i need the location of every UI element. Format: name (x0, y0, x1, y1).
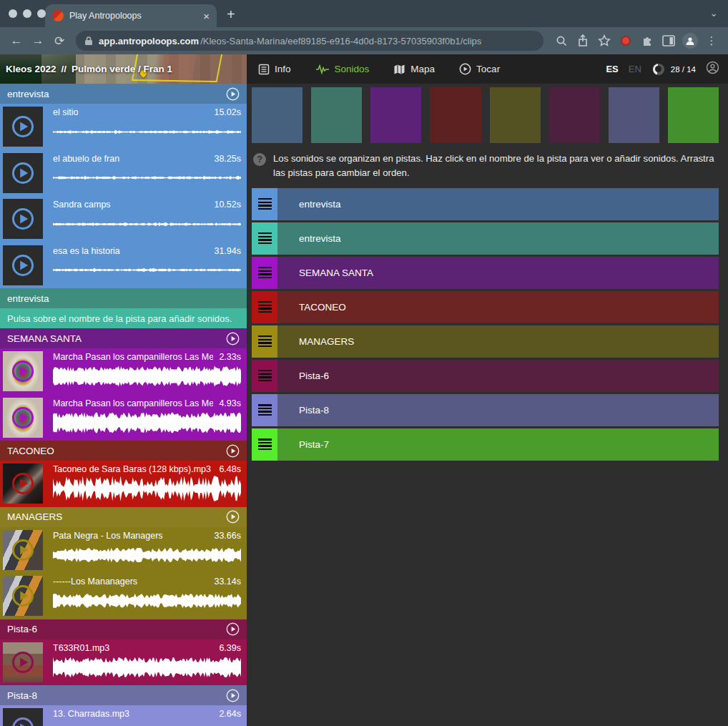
track-drag-handle[interactable] (252, 394, 277, 426)
play-clip-icon[interactable] (11, 406, 35, 430)
track-color-square[interactable] (609, 87, 659, 143)
track-row-body[interactable]: Pista-8 (277, 394, 719, 426)
track-color-square[interactable] (370, 87, 421, 143)
clip-row[interactable]: esa es la historia31.94s (0, 242, 247, 289)
split-view-icon[interactable] (659, 31, 678, 50)
track-drag-handle[interactable] (252, 222, 277, 255)
track-header[interactable]: Pista-8 (0, 685, 247, 705)
play-clip-icon[interactable] (11, 114, 35, 139)
clip-thumbnail[interactable] (3, 576, 43, 616)
clip-row[interactable]: Pata Negra - Los Managers33.66s (0, 527, 247, 574)
track-row[interactable]: Pista-7 (252, 428, 719, 461)
nav-info[interactable]: Info (258, 64, 291, 75)
clip-thumbnail[interactable] (3, 351, 43, 391)
share-icon[interactable] (574, 31, 592, 50)
clip-thumbnail[interactable] (3, 398, 43, 438)
track-row-body[interactable]: entrevista (277, 222, 719, 255)
reload-button[interactable]: ⟳ (50, 34, 69, 49)
lang-es-button[interactable]: ES (606, 64, 618, 74)
track-row[interactable]: MANAGERS (252, 325, 719, 358)
track-color-square[interactable] (430, 87, 481, 143)
track-color-square[interactable] (252, 87, 302, 143)
play-track-icon[interactable] (226, 622, 240, 636)
track-row-body[interactable]: Pista-6 (277, 360, 719, 392)
track-row[interactable]: Pista-6 (252, 360, 719, 392)
track-drag-handle[interactable] (252, 257, 277, 289)
track-header[interactable]: TACONEO (0, 441, 247, 461)
tab-search-chevron-icon[interactable]: ⌄ (709, 7, 718, 19)
track-drag-handle[interactable] (252, 360, 277, 392)
play-clip-icon[interactable] (11, 207, 35, 231)
window-controls[interactable] (9, 9, 46, 18)
play-clip-icon[interactable] (11, 716, 35, 726)
minimize-window-icon[interactable] (23, 9, 31, 18)
track-drag-handle[interactable] (252, 291, 277, 323)
track-row[interactable]: TACONEO (252, 291, 719, 323)
play-clip-icon[interactable] (11, 538, 35, 562)
track-color-square[interactable] (490, 87, 541, 143)
extensions-puzzle-icon[interactable] (638, 31, 656, 50)
track-header[interactable]: entrevista (0, 288, 247, 308)
play-clip-icon[interactable] (11, 253, 35, 278)
clip-row[interactable]: Taconeo de Sara Baras (128 kbps).mp36.48… (0, 461, 247, 507)
play-track-icon[interactable] (226, 87, 240, 101)
track-row-body[interactable]: SEMANA SANTA (277, 257, 719, 289)
track-row[interactable]: SEMANA SANTA (252, 257, 719, 289)
play-track-icon[interactable] (226, 444, 240, 458)
account-icon[interactable] (706, 61, 719, 77)
track-header[interactable]: MANAGERS (0, 507, 247, 527)
record-extension-icon[interactable] (616, 31, 635, 50)
nav-mapa[interactable]: Mapa (393, 64, 435, 75)
track-row[interactable]: entrevista (252, 188, 719, 220)
tab-close-icon[interactable]: × (203, 11, 210, 21)
clip-row[interactable]: el sitio15.02s (0, 104, 247, 150)
play-clip-icon[interactable] (11, 471, 35, 496)
lang-en-button[interactable]: EN (629, 64, 641, 74)
clip-row[interactable]: 13. Charradas.mp32.64s (0, 705, 247, 726)
clip-thumbnail[interactable] (3, 463, 43, 504)
close-window-icon[interactable] (9, 9, 17, 18)
track-drag-handle[interactable] (252, 325, 277, 358)
browser-tab[interactable]: Play Antropoloops × (45, 4, 217, 27)
play-clip-icon[interactable] (11, 584, 35, 608)
zoom-window-icon[interactable] (37, 9, 46, 18)
clip-thumbnail[interactable] (3, 107, 43, 147)
clip-thumbnail[interactable] (3, 642, 43, 682)
play-track-icon[interactable] (226, 332, 240, 345)
bookmark-star-icon[interactable] (595, 31, 614, 50)
track-row-body[interactable]: entrevista (277, 188, 719, 220)
clip-row[interactable]: Sandra camps10.52s (0, 196, 247, 242)
track-row[interactable]: entrevista (252, 222, 719, 255)
clip-thumbnail[interactable] (3, 153, 43, 193)
back-button[interactable]: ← (7, 34, 26, 48)
breadcrumb-project[interactable]: Kleos 2022 (6, 64, 56, 74)
play-track-icon[interactable] (226, 510, 240, 524)
clip-thumbnail[interactable] (3, 530, 43, 570)
clip-thumbnail[interactable] (3, 245, 43, 285)
address-bar[interactable]: app.antropoloops.com /Kleos-Santa-Marina… (76, 31, 543, 51)
play-clip-icon[interactable] (11, 359, 35, 383)
play-clip-icon[interactable] (11, 161, 35, 185)
track-color-square[interactable] (311, 87, 362, 143)
map-banner[interactable]: Kleos 2022 // Pulmón verde / Fran 1 (0, 54, 247, 84)
track-color-square[interactable] (668, 87, 719, 143)
forward-button[interactable]: → (29, 34, 47, 48)
track-drag-handle[interactable] (252, 188, 277, 220)
nav-sonidos[interactable]: Sonidos (315, 64, 370, 75)
track-color-square[interactable] (549, 87, 600, 143)
new-tab-button[interactable]: + (227, 6, 235, 23)
track-row-body[interactable]: TACONEO (277, 291, 719, 323)
nav-tocar[interactable]: Tocar (459, 63, 500, 75)
clip-row[interactable]: ------Los Mananagers33.14s (0, 573, 247, 619)
browser-menu-icon[interactable]: ⋮ (702, 31, 721, 50)
clip-thumbnail[interactable] (3, 708, 43, 726)
track-header[interactable]: Pista-6 (0, 619, 247, 639)
track-row-body[interactable]: MANAGERS (277, 325, 719, 358)
play-track-icon[interactable] (226, 689, 240, 702)
track-drag-handle[interactable] (252, 428, 277, 461)
track-row-body[interactable]: Pista-7 (277, 428, 719, 461)
clip-row[interactable]: Marcha Pasan los campanilleros Las Mejor… (0, 348, 247, 395)
clip-row[interactable]: Marcha Pasan los campanilleros Las Mejor… (0, 395, 247, 441)
track-row[interactable]: Pista-8 (252, 394, 719, 426)
play-clip-icon[interactable] (11, 650, 35, 675)
